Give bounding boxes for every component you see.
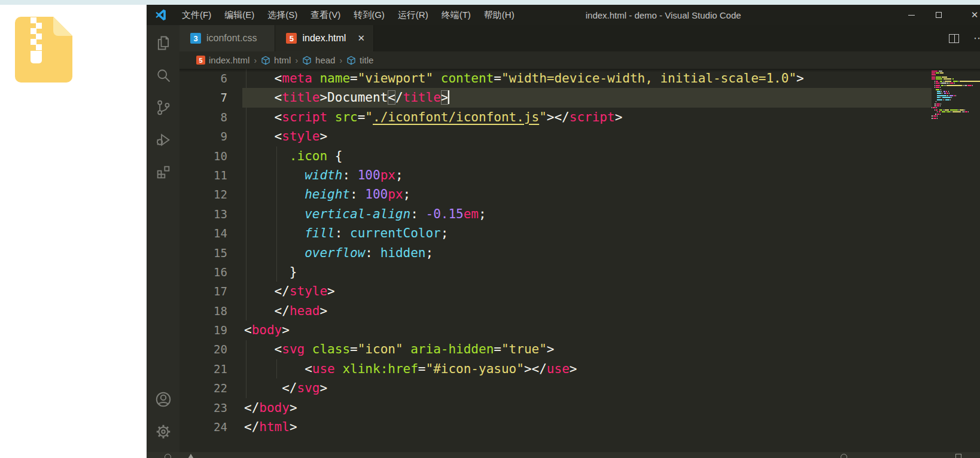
tab-label: index.html bbox=[302, 33, 346, 44]
tab-close-icon[interactable]: ✕ bbox=[357, 33, 365, 44]
line-content: .icon { bbox=[244, 146, 932, 166]
line-content: </html> bbox=[244, 417, 932, 436]
line-number: 21 bbox=[179, 359, 227, 378]
menu-item-4[interactable]: 转到(G) bbox=[347, 5, 391, 25]
css3-badge-icon: 3 bbox=[190, 33, 201, 44]
line-number: 16 bbox=[179, 262, 227, 282]
activity-bar bbox=[147, 25, 179, 452]
code-line-14[interactable]: 14 fill: currentColor; bbox=[179, 224, 932, 243]
code-line-22[interactable]: 22 </svg> bbox=[179, 378, 932, 398]
line-number: 12 bbox=[179, 185, 227, 204]
line-content: <use xlink:href="#icon-yasuo"></use> bbox=[244, 359, 932, 378]
menu-item-0[interactable]: 文件(F) bbox=[175, 5, 218, 25]
file-explorer-panel bbox=[0, 5, 147, 458]
line-number: 20 bbox=[179, 340, 227, 359]
breadcrumb-item-title[interactable]: title bbox=[346, 55, 373, 65]
code-line-16[interactable]: 16 } bbox=[179, 262, 932, 282]
tab-index.html[interactable]: 5index.html✕ bbox=[275, 25, 374, 51]
symbol-cube-icon bbox=[302, 56, 312, 65]
line-number: 11 bbox=[179, 166, 227, 185]
symbol-cube-icon bbox=[346, 56, 356, 65]
breadcrumb-separator: › bbox=[254, 56, 257, 65]
line-content: width: 100px; bbox=[244, 166, 932, 185]
breadcrumb-separator: › bbox=[295, 56, 298, 65]
close-icon[interactable]: ✕ bbox=[952, 5, 980, 25]
breadcrumb-item-head[interactable]: head bbox=[302, 55, 335, 65]
menu-item-6[interactable]: 终端(T) bbox=[435, 5, 477, 25]
breadcrumb-separator: › bbox=[339, 56, 342, 65]
run-debug-icon[interactable] bbox=[149, 126, 178, 154]
code-line-17[interactable]: 17 </style> bbox=[179, 282, 932, 301]
code-line-10[interactable]: 10 .icon { bbox=[179, 146, 932, 166]
code-line-15[interactable]: 15 overflow: hidden; bbox=[179, 243, 932, 262]
line-content: } bbox=[244, 262, 932, 282]
code-line-23[interactable]: 23</body> bbox=[179, 398, 932, 417]
code-line-20[interactable]: 20 <svg class="icon" aria-hidden="true"> bbox=[179, 340, 932, 359]
html5-badge-icon: 5 bbox=[286, 33, 297, 44]
account-icon[interactable] bbox=[149, 385, 178, 414]
breadcrumb: 5index.html›html›head›title bbox=[179, 51, 980, 69]
line-content: overflow: hidden; bbox=[244, 243, 932, 262]
code-line-12[interactable]: 12 height: 100px; bbox=[179, 185, 932, 204]
status-bar[interactable] bbox=[147, 452, 980, 458]
extensions-icon[interactable] bbox=[149, 158, 178, 187]
maximize-icon[interactable] bbox=[925, 5, 952, 25]
minimap[interactable] bbox=[932, 70, 980, 452]
code-area[interactable]: 6 <meta name="viewport" content="width=d… bbox=[179, 69, 932, 452]
source-control-icon[interactable] bbox=[149, 93, 178, 122]
line-content: <style> bbox=[244, 127, 932, 146]
code-editor[interactable]: 6 <meta name="viewport" content="width=d… bbox=[179, 69, 980, 452]
code-line-11[interactable]: 11 width: 100px; bbox=[179, 166, 932, 185]
menu-item-7[interactable]: 帮助(H) bbox=[477, 5, 521, 25]
line-content: </svg> bbox=[244, 378, 932, 398]
line-number: 19 bbox=[179, 320, 227, 340]
breadcrumb-item-index.html[interactable]: 5index.html bbox=[196, 55, 249, 65]
line-content: <body> bbox=[244, 320, 932, 340]
errors-icon[interactable] bbox=[165, 454, 171, 458]
line-content: height: 100px; bbox=[244, 185, 932, 204]
line-number: 23 bbox=[179, 398, 227, 417]
layout-icon[interactable] bbox=[955, 454, 961, 458]
code-line-13[interactable]: 13 vertical-align: -0.15em; bbox=[179, 204, 932, 224]
code-line-8[interactable]: 8 <script src="./iconfont/iconfont.js"><… bbox=[179, 108, 932, 127]
zip-file-icon[interactable] bbox=[14, 17, 74, 83]
line-number: 15 bbox=[179, 243, 227, 262]
code-line-24[interactable]: 24</html> bbox=[179, 417, 932, 436]
menu-bar: 文件(F)编辑(E)选择(S)查看(V)转到(G)运行(R)终端(T)帮助(H) bbox=[175, 5, 521, 25]
search-icon[interactable] bbox=[149, 61, 178, 90]
code-line-21[interactable]: 21 <use xlink:href="#icon-yasuo"></use> bbox=[179, 359, 932, 378]
breadcrumb-label: head bbox=[315, 55, 335, 65]
code-line-6[interactable]: 6 <meta name="viewport" content="width=d… bbox=[179, 69, 932, 88]
tab-iconfont.css[interactable]: 3iconfont.css bbox=[179, 25, 275, 51]
more-actions-icon[interactable]: ⋯ bbox=[973, 32, 980, 45]
code-line-19[interactable]: 19<body> bbox=[179, 320, 932, 340]
line-number: 7 bbox=[179, 88, 227, 107]
window-title: index.html - demo - Visual Studio Code bbox=[586, 10, 741, 20]
line-content: <title>Document</title> bbox=[242, 88, 932, 107]
background-window-edge bbox=[0, 0, 980, 5]
line-number: 24 bbox=[179, 417, 227, 436]
symbol-cube-icon bbox=[261, 56, 270, 65]
minimize-icon[interactable] bbox=[897, 5, 925, 25]
code-line-7[interactable]: 7 <title>Document</title> bbox=[179, 88, 932, 107]
bell-icon[interactable] bbox=[841, 454, 847, 458]
vscode-window: 文件(F)编辑(E)选择(S)查看(V)转到(G)运行(R)终端(T)帮助(H)… bbox=[147, 5, 980, 458]
breadcrumb-label: html bbox=[274, 55, 291, 65]
code-line-18[interactable]: 18 </head> bbox=[179, 301, 932, 320]
menu-item-5[interactable]: 运行(R) bbox=[391, 5, 435, 25]
title-bar: 文件(F)编辑(E)选择(S)查看(V)转到(G)运行(R)终端(T)帮助(H)… bbox=[147, 5, 980, 25]
split-editor-icon[interactable] bbox=[949, 34, 959, 43]
settings-gear-icon[interactable] bbox=[149, 417, 178, 446]
line-number: 22 bbox=[179, 378, 227, 398]
code-line-9[interactable]: 9 <style> bbox=[179, 127, 932, 146]
breadcrumb-item-html[interactable]: html bbox=[261, 55, 291, 65]
window-controls: ✕ bbox=[897, 5, 980, 25]
menu-item-3[interactable]: 查看(V) bbox=[304, 5, 347, 25]
line-number: 14 bbox=[179, 224, 227, 243]
menu-item-2[interactable]: 选择(S) bbox=[261, 5, 304, 25]
line-content: </style> bbox=[244, 282, 932, 301]
menu-item-1[interactable]: 编辑(E) bbox=[218, 5, 261, 25]
explorer-icon[interactable] bbox=[149, 29, 178, 57]
warnings-icon[interactable] bbox=[187, 454, 194, 458]
line-content: <meta name="viewport" content="width=dev… bbox=[244, 69, 932, 88]
